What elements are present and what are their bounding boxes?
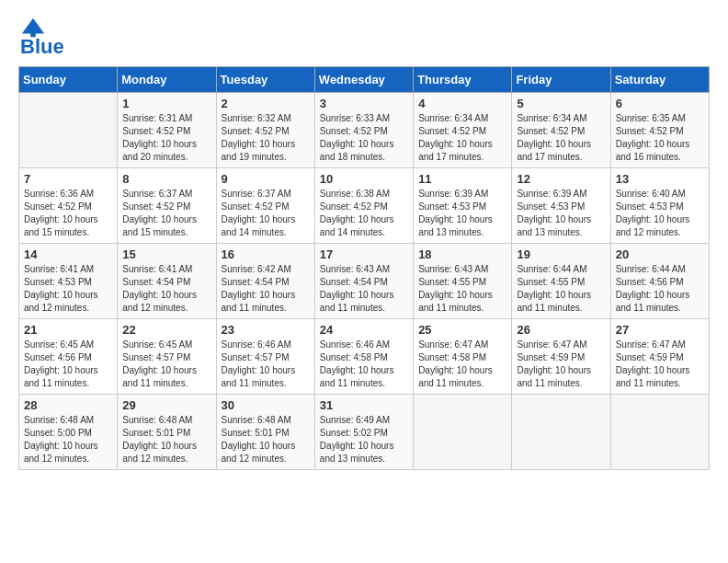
day-number: 9: [222, 172, 310, 186]
calendar-cell: [512, 395, 610, 470]
day-info: Sunrise: 6:47 AMSunset: 4:59 PMDaylight:…: [517, 339, 605, 390]
calendar-cell: 14Sunrise: 6:41 AMSunset: 4:53 PMDayligh…: [19, 244, 118, 319]
day-number: 6: [616, 97, 704, 110]
day-info: Sunrise: 6:37 AMSunset: 4:52 PMDaylight:…: [122, 188, 210, 239]
calendar-cell: 2Sunrise: 6:32 AMSunset: 4:52 PMDaylight…: [216, 93, 314, 168]
day-number: 15: [122, 247, 210, 261]
calendar-cell: 24Sunrise: 6:46 AMSunset: 4:58 PMDayligh…: [314, 319, 413, 395]
day-number: 28: [24, 398, 112, 412]
day-number: 29: [122, 398, 210, 412]
day-number: 27: [616, 323, 704, 337]
calendar-cell: 28Sunrise: 6:48 AMSunset: 5:00 PMDayligh…: [19, 395, 118, 470]
day-info: Sunrise: 6:45 AMSunset: 4:56 PMDaylight:…: [24, 339, 112, 390]
calendar-cell: 29Sunrise: 6:48 AMSunset: 5:01 PMDayligh…: [118, 395, 216, 470]
day-number: 18: [418, 247, 506, 261]
calendar-cell: 3Sunrise: 6:33 AMSunset: 4:52 PMDaylight…: [314, 93, 413, 168]
day-info: Sunrise: 6:48 AMSunset: 5:00 PMDaylight:…: [24, 414, 112, 465]
calendar-cell: 30Sunrise: 6:48 AMSunset: 5:01 PMDayligh…: [216, 395, 314, 470]
calendar-cell: 26Sunrise: 6:47 AMSunset: 4:59 PMDayligh…: [512, 319, 610, 395]
day-number: 8: [122, 172, 210, 186]
day-number: 19: [517, 247, 605, 261]
calendar-cell: 10Sunrise: 6:38 AMSunset: 4:52 PMDayligh…: [314, 168, 413, 244]
calendar-cell: 16Sunrise: 6:42 AMSunset: 4:54 PMDayligh…: [216, 244, 314, 319]
calendar-header: SundayMondayTuesdayWednesdayThursdayFrid…: [19, 67, 710, 93]
day-info: Sunrise: 6:39 AMSunset: 4:53 PMDaylight:…: [517, 188, 605, 239]
day-number: 25: [418, 323, 506, 337]
day-info: Sunrise: 6:45 AMSunset: 4:57 PMDaylight:…: [122, 339, 210, 390]
calendar-body: 1Sunrise: 6:31 AMSunset: 4:52 PMDaylight…: [19, 93, 710, 470]
calendar-cell: 13Sunrise: 6:40 AMSunset: 4:53 PMDayligh…: [610, 168, 709, 244]
page-header: Blue: [18, 15, 710, 59]
day-info: Sunrise: 6:40 AMSunset: 4:53 PMDaylight:…: [616, 188, 704, 239]
day-info: Sunrise: 6:47 AMSunset: 4:58 PMDaylight:…: [418, 339, 506, 390]
calendar-cell: 19Sunrise: 6:44 AMSunset: 4:55 PMDayligh…: [512, 244, 610, 319]
day-number: 22: [122, 323, 210, 337]
day-number: 10: [320, 172, 408, 186]
calendar-cell: 1Sunrise: 6:31 AMSunset: 4:52 PMDaylight…: [118, 93, 216, 168]
header-day-sunday: Sunday: [19, 67, 118, 93]
calendar-cell: 12Sunrise: 6:39 AMSunset: 4:53 PMDayligh…: [512, 168, 610, 244]
day-info: Sunrise: 6:36 AMSunset: 4:52 PMDaylight:…: [24, 188, 112, 239]
day-number: 3: [320, 97, 408, 110]
header-day-thursday: Thursday: [414, 67, 512, 93]
week-row-0: 1Sunrise: 6:31 AMSunset: 4:52 PMDaylight…: [19, 93, 710, 168]
calendar-cell: 9Sunrise: 6:37 AMSunset: 4:52 PMDaylight…: [216, 168, 314, 244]
calendar-cell: 7Sunrise: 6:36 AMSunset: 4:52 PMDaylight…: [19, 168, 118, 244]
day-info: Sunrise: 6:39 AMSunset: 4:53 PMDaylight:…: [418, 188, 506, 239]
day-number: 23: [222, 323, 310, 337]
day-info: Sunrise: 6:48 AMSunset: 5:01 PMDaylight:…: [122, 414, 210, 465]
day-number: 16: [222, 247, 310, 261]
calendar-cell: 11Sunrise: 6:39 AMSunset: 4:53 PMDayligh…: [414, 168, 512, 244]
day-number: 2: [222, 97, 310, 110]
calendar-cell: 17Sunrise: 6:43 AMSunset: 4:54 PMDayligh…: [314, 244, 413, 319]
calendar-cell: 23Sunrise: 6:46 AMSunset: 4:57 PMDayligh…: [216, 319, 314, 395]
day-info: Sunrise: 6:37 AMSunset: 4:52 PMDaylight:…: [222, 188, 310, 239]
calendar-cell: 6Sunrise: 6:35 AMSunset: 4:52 PMDaylight…: [610, 93, 709, 168]
logo: Blue: [18, 15, 64, 59]
day-info: Sunrise: 6:44 AMSunset: 4:56 PMDaylight:…: [616, 263, 704, 315]
day-info: Sunrise: 6:38 AMSunset: 4:52 PMDaylight:…: [320, 188, 408, 239]
header-day-wednesday: Wednesday: [314, 67, 413, 93]
calendar-cell: 31Sunrise: 6:49 AMSunset: 5:02 PMDayligh…: [314, 395, 413, 470]
day-number: 21: [24, 323, 112, 337]
header-day-saturday: Saturday: [610, 67, 709, 93]
calendar-cell: [19, 93, 118, 168]
day-info: Sunrise: 6:34 AMSunset: 4:52 PMDaylight:…: [517, 112, 605, 164]
day-info: Sunrise: 6:43 AMSunset: 4:54 PMDaylight:…: [320, 263, 408, 315]
week-row-3: 21Sunrise: 6:45 AMSunset: 4:56 PMDayligh…: [19, 319, 710, 395]
day-number: 30: [222, 398, 310, 412]
calendar-cell: 25Sunrise: 6:47 AMSunset: 4:58 PMDayligh…: [414, 319, 512, 395]
day-info: Sunrise: 6:35 AMSunset: 4:52 PMDaylight:…: [616, 112, 704, 164]
logo-blue-text: Blue: [20, 35, 64, 59]
day-info: Sunrise: 6:31 AMSunset: 4:52 PMDaylight:…: [122, 112, 210, 164]
day-number: 24: [320, 323, 408, 337]
day-info: Sunrise: 6:41 AMSunset: 4:53 PMDaylight:…: [24, 263, 112, 315]
week-row-2: 14Sunrise: 6:41 AMSunset: 4:53 PMDayligh…: [19, 244, 710, 319]
calendar-cell: 22Sunrise: 6:45 AMSunset: 4:57 PMDayligh…: [118, 319, 216, 395]
header-day-tuesday: Tuesday: [216, 67, 314, 93]
header-day-monday: Monday: [118, 67, 216, 93]
day-info: Sunrise: 6:33 AMSunset: 4:52 PMDaylight:…: [320, 112, 408, 164]
calendar-cell: 27Sunrise: 6:47 AMSunset: 4:59 PMDayligh…: [610, 319, 709, 395]
calendar-cell: 21Sunrise: 6:45 AMSunset: 4:56 PMDayligh…: [19, 319, 118, 395]
day-info: Sunrise: 6:48 AMSunset: 5:01 PMDaylight:…: [222, 414, 310, 465]
day-info: Sunrise: 6:46 AMSunset: 4:58 PMDaylight:…: [320, 339, 408, 390]
week-row-4: 28Sunrise: 6:48 AMSunset: 5:00 PMDayligh…: [19, 395, 710, 470]
day-number: 17: [320, 247, 408, 261]
day-number: 4: [418, 97, 506, 110]
day-number: 31: [320, 398, 408, 412]
calendar-cell: 15Sunrise: 6:41 AMSunset: 4:54 PMDayligh…: [118, 244, 216, 319]
day-number: 12: [517, 172, 605, 186]
day-info: Sunrise: 6:42 AMSunset: 4:54 PMDaylight:…: [222, 263, 310, 315]
calendar-cell: 18Sunrise: 6:43 AMSunset: 4:55 PMDayligh…: [414, 244, 512, 319]
day-number: 14: [24, 247, 112, 261]
header-day-friday: Friday: [512, 67, 610, 93]
day-info: Sunrise: 6:49 AMSunset: 5:02 PMDaylight:…: [320, 414, 408, 465]
day-number: 7: [24, 172, 112, 186]
calendar-cell: 20Sunrise: 6:44 AMSunset: 4:56 PMDayligh…: [610, 244, 709, 319]
day-info: Sunrise: 6:46 AMSunset: 4:57 PMDaylight:…: [222, 339, 310, 390]
calendar-cell: 8Sunrise: 6:37 AMSunset: 4:52 PMDaylight…: [118, 168, 216, 244]
day-info: Sunrise: 6:43 AMSunset: 4:55 PMDaylight:…: [418, 263, 506, 315]
calendar-cell: [414, 395, 512, 470]
calendar-table: SundayMondayTuesdayWednesdayThursdayFrid…: [18, 66, 710, 470]
